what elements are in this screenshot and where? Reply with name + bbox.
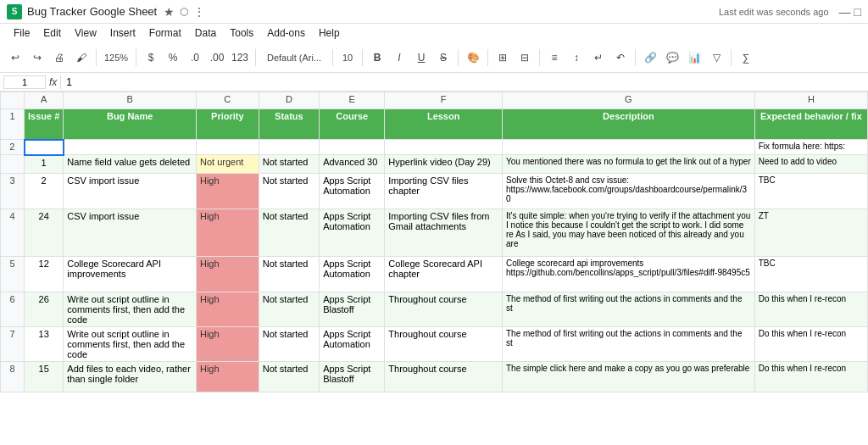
cell-a2[interactable] bbox=[25, 140, 64, 155]
currency-button[interactable]: $ bbox=[141, 47, 161, 69]
minimize-icon[interactable]: — bbox=[839, 5, 851, 19]
cell-issue-6[interactable]: 26 bbox=[25, 292, 64, 327]
cell-b2b[interactable]: Name field value gets deleted bbox=[64, 155, 197, 174]
cell-c2[interactable] bbox=[196, 140, 259, 155]
header-description[interactable]: Description bbox=[503, 109, 755, 140]
menu-item-edit[interactable]: Edit bbox=[36, 25, 68, 41]
cell-priority-4[interactable]: High bbox=[196, 209, 259, 257]
cell-lesson-5[interactable]: College Scorecard API chapter bbox=[385, 257, 503, 292]
cell-bug-5[interactable]: College Scorecard API improvements bbox=[64, 257, 197, 292]
cell-f2b[interactable]: Hyperlink video (Day 29) bbox=[385, 155, 503, 174]
cell-course-6[interactable]: Apps Script Blastoff bbox=[320, 292, 385, 327]
cell-expected-6[interactable]: Do this when I re-recon bbox=[754, 292, 867, 327]
drive-icon[interactable]: ⬡ bbox=[180, 6, 188, 18]
cell-bug-4[interactable]: CSV import issue bbox=[64, 209, 197, 257]
cell-issue-8[interactable]: 15 bbox=[25, 362, 64, 392]
cell-d2[interactable] bbox=[259, 140, 319, 155]
more-icon[interactable]: ⋮ bbox=[193, 5, 205, 19]
cell-priority-8[interactable]: High bbox=[196, 362, 259, 392]
italic-button[interactable]: I bbox=[389, 47, 409, 69]
sheet-container[interactable]: A B C D E F G H 1 Issue # Bug Name Prior… bbox=[0, 92, 868, 445]
col-header-d[interactable]: D bbox=[259, 92, 319, 109]
chart-button[interactable]: 📊 bbox=[684, 47, 704, 69]
cell-expected-5[interactable]: TBC bbox=[754, 257, 867, 292]
fontsize-selector[interactable]: 10 bbox=[337, 47, 358, 69]
cell-issue-4[interactable]: 24 bbox=[25, 209, 64, 257]
link-button[interactable]: 🔗 bbox=[640, 47, 660, 69]
cell-lesson-3[interactable]: Importing CSV files chapter bbox=[385, 174, 503, 209]
comment-button[interactable]: 💬 bbox=[662, 47, 682, 69]
cell-bug-7[interactable]: Write out script outline in comments fir… bbox=[64, 327, 197, 362]
header-bugname[interactable]: Bug Name bbox=[64, 109, 197, 140]
cell-issue-3[interactable]: 2 bbox=[25, 174, 64, 209]
header-expected[interactable]: Expected behavior / fix bbox=[754, 109, 867, 140]
font-selector[interactable]: Default (Ari... bbox=[260, 47, 328, 69]
cell-lesson-7[interactable]: Throughout course bbox=[385, 327, 503, 362]
cell-a2b[interactable]: 1 bbox=[25, 155, 64, 174]
cell-lesson-4[interactable]: Importing CSV files from Gmail attachmen… bbox=[385, 209, 503, 257]
cell-lesson-6[interactable]: Throughout course bbox=[385, 292, 503, 327]
cell-priority-5[interactable]: High bbox=[196, 257, 259, 292]
header-priority[interactable]: Priority bbox=[196, 109, 259, 140]
maximize-icon[interactable]: □ bbox=[854, 5, 861, 19]
cell-g2b[interactable]: You mentioned there was no formula to ge… bbox=[503, 155, 755, 174]
cell-expected-3[interactable]: TBC bbox=[754, 174, 867, 209]
cell-course-3[interactable]: Apps Script Automation bbox=[320, 174, 385, 209]
decimal-button[interactable]: .0 bbox=[185, 47, 205, 69]
bold-button[interactable]: B bbox=[367, 47, 387, 69]
cell-e2b[interactable]: Advanced 30 bbox=[320, 155, 385, 174]
cell-expected-8[interactable]: Do this when I re-recon bbox=[754, 362, 867, 392]
cell-c2b[interactable]: Not urgent bbox=[196, 155, 259, 174]
decimal-dec-button[interactable]: .00 bbox=[207, 47, 227, 69]
borders-button[interactable]: ⊞ bbox=[492, 47, 513, 69]
undo-button[interactable]: ↩ bbox=[5, 47, 25, 69]
cell-status-8[interactable]: Not started bbox=[259, 362, 319, 392]
cell-bug-6[interactable]: Write out script outline in comments fir… bbox=[64, 292, 197, 327]
menu-item-tools[interactable]: Tools bbox=[223, 25, 260, 41]
cell-status-3[interactable]: Not started bbox=[259, 174, 319, 209]
cell-status-6[interactable]: Not started bbox=[259, 292, 319, 327]
strikethrough-button[interactable]: S bbox=[433, 47, 453, 69]
cell-status-7[interactable]: Not started bbox=[259, 327, 319, 362]
cell-status-4[interactable]: Not started bbox=[259, 209, 319, 257]
menu-item-insert[interactable]: Insert bbox=[103, 25, 142, 41]
cell-issue-5[interactable]: 12 bbox=[25, 257, 64, 292]
header-lesson[interactable]: Lesson bbox=[385, 109, 503, 140]
menu-item-format[interactable]: Format bbox=[142, 25, 188, 41]
cell-issue-7[interactable]: 13 bbox=[25, 327, 64, 362]
cell-expected-7[interactable]: Do this when I re-recon bbox=[754, 327, 867, 362]
redo-button[interactable]: ↪ bbox=[27, 47, 47, 69]
paint-format-button[interactable]: 🖌 bbox=[71, 47, 92, 69]
underline-button[interactable]: U bbox=[411, 47, 431, 69]
wrap-button[interactable]: ↵ bbox=[588, 47, 609, 69]
col-header-a[interactable]: A bbox=[25, 92, 64, 109]
cell-g2[interactable] bbox=[503, 140, 755, 155]
cell-course-4[interactable]: Apps Script Automation bbox=[320, 209, 385, 257]
col-header-b[interactable]: B bbox=[64, 92, 197, 109]
cell-e2[interactable] bbox=[320, 140, 385, 155]
align-button[interactable]: ≡ bbox=[544, 47, 565, 69]
col-header-f[interactable]: F bbox=[385, 92, 503, 109]
rotate-button[interactable]: ↶ bbox=[610, 47, 631, 69]
col-header-c[interactable]: C bbox=[196, 92, 259, 109]
menu-item-file[interactable]: File bbox=[7, 25, 36, 41]
cell-desc-7[interactable]: The method of first writing out the acti… bbox=[503, 327, 755, 362]
cell-d2b[interactable]: Not started bbox=[259, 155, 319, 174]
cell-desc-4[interactable]: It's quite simple: when you're trying to… bbox=[503, 209, 755, 257]
star-icon[interactable]: ★ bbox=[164, 5, 175, 19]
header-course[interactable]: Course bbox=[320, 109, 385, 140]
cell-course-5[interactable]: Apps Script Automation bbox=[320, 257, 385, 292]
print-button[interactable]: 🖨 bbox=[49, 47, 70, 69]
col-header-e[interactable]: E bbox=[320, 92, 385, 109]
header-status[interactable]: Status bbox=[259, 109, 319, 140]
col-header-h[interactable]: H bbox=[754, 92, 867, 109]
formula-input[interactable] bbox=[66, 76, 865, 88]
fill-color-button[interactable]: 🎨 bbox=[463, 47, 483, 69]
menu-item-help[interactable]: Help bbox=[312, 25, 347, 41]
cell-desc-8[interactable]: The simple click here and make a copy as… bbox=[503, 362, 755, 392]
zoom-button[interactable]: 125% bbox=[101, 47, 131, 69]
cell-desc-3[interactable]: Solve this Octet-8 and csv issue: https:… bbox=[503, 174, 755, 209]
cell-h2[interactable]: Fix formula here: https: bbox=[754, 140, 867, 155]
cell-priority-7[interactable]: High bbox=[196, 327, 259, 362]
cell-expected-4[interactable]: ZT bbox=[754, 209, 867, 257]
